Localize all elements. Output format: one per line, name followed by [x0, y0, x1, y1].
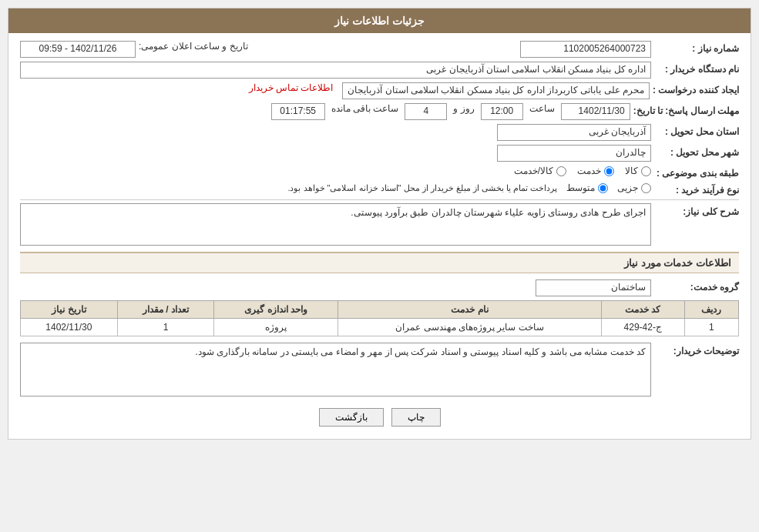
tabaqe-khadamat-radio[interactable]	[604, 166, 614, 176]
row-ostan: استان محل تحویل : آذربایجان غربی	[20, 124, 739, 141]
col-radif: ردیف	[684, 301, 738, 319]
nam-dastgah-label: نام دستگاه خریدار :	[654, 62, 739, 75]
saat-mande-value: 01:17:55	[271, 103, 325, 120]
ijad-konande-label: ایجاد کننده درخواست :	[653, 82, 739, 95]
cell-0-0: 1	[684, 319, 738, 336]
rooz-label: روز و	[453, 103, 474, 114]
nooe-motavasset-label: متوسط	[566, 182, 595, 193]
ostan-label: استان محل تحویل :	[654, 124, 739, 137]
col-vahed: واحد اندازه گیری	[214, 301, 338, 319]
col-tedad: تعداد / مقدار	[117, 301, 214, 319]
page-wrapper: جزئیات اطلاعات نیاز شماره نیاز : 1102005…	[0, 0, 759, 447]
tabaqe-kala-label: کالا	[625, 166, 638, 176]
tawzih-container: کد خدمت مشابه می باشد و کلیه اسناد پیوست…	[20, 343, 651, 396]
table-header: ردیف کد خدمت نام خدمت واحد اندازه گیری ت…	[21, 301, 739, 319]
tabaqe-label: طبقه بندی موضوعی :	[654, 166, 739, 179]
tabaqe-khadamat-item: خدمت	[577, 166, 614, 176]
tabaqe-kala-khadamat-item: کالا/خدمت	[514, 166, 566, 176]
nooe-motavasset-radio[interactable]	[598, 183, 608, 193]
row-shahr: شهر محل تحویل : چالدران	[20, 145, 739, 162]
shahr-label: شهر محل تحویل :	[654, 145, 739, 158]
row-mohlat: مهلت ارسال پاسخ: تا تاریخ: 1402/11/30 سا…	[20, 103, 739, 120]
cell-0-1: ج-42-429	[601, 319, 684, 336]
content-area: شماره نیاز : 1102005264000723 تاریخ و سا…	[8, 33, 751, 439]
tabaqe-kala-khadamat-radio[interactable]	[556, 166, 566, 176]
sharh-value: اجرای طرح هادی روستای زاویه علیاء شهرستا…	[20, 203, 651, 246]
col-tarikh: تاریخ نیاز	[21, 301, 118, 319]
nooe-motavasset-item: متوسط	[566, 182, 608, 193]
sharh-container: اجرای طرح هادی روستای زاویه علیاء شهرستا…	[20, 203, 651, 246]
nooe-jozii-item: جزیی	[617, 182, 651, 193]
row-tabaqe: طبقه بندی موضوعی : کالا خدمت کالا/خدمت	[20, 166, 739, 179]
shomare-label: شماره نیاز :	[654, 41, 739, 54]
ostan-value: آذربایجان غربی	[497, 124, 651, 141]
saat-mande-label: ساعت باقی مانده	[331, 103, 399, 114]
service-table: ردیف کد خدمت نام خدمت واحد اندازه گیری ت…	[20, 300, 739, 336]
saat-value: 12:00	[481, 103, 523, 120]
ijad-konande-value: محرم علی یاباتی کاربرداز اداره کل بنیاد …	[342, 82, 650, 99]
row-tawzih: توضیحات خریدار: کد خدمت مشابه می باشد و …	[20, 343, 739, 396]
khadamat-section-title: اطلاعات خدمات مورد نیاز	[20, 252, 739, 273]
table-header-row: ردیف کد خدمت نام خدمت واحد اندازه گیری ت…	[21, 301, 739, 319]
table-row: 1ج-42-429ساخت سایر پروژه‌های مهندسی عمرا…	[21, 319, 739, 336]
row-nam-dastgah: نام دستگاه خریدار : اداره کل بنیاد مسکن …	[20, 62, 739, 79]
tarikh-elan-value: 1402/11/26 - 09:59	[20, 41, 136, 58]
sharh-label: شرح کلی نیاز:	[654, 203, 739, 217]
tarikh-elan-label: تاریخ و ساعت اعلان عمومی:	[139, 41, 248, 52]
tabaqe-radio-group: کالا خدمت کالا/خدمت	[514, 166, 651, 176]
grouh-value: ساختمان	[536, 279, 651, 296]
nooe-text: پرداخت تمام یا بخشی از مبلغ خریدار از مح…	[287, 183, 557, 193]
col-kod: کد خدمت	[601, 301, 684, 319]
main-container: جزئیات اطلاعات نیاز شماره نیاز : 1102005…	[8, 8, 751, 440]
tabaqe-kala-khadamat-label: کالا/خدمت	[514, 166, 553, 176]
back-button[interactable]: بازگشت	[319, 408, 384, 427]
saat-label: ساعت	[529, 103, 555, 114]
tabaqe-khadamat-label: خدمت	[577, 166, 601, 176]
col-nam: نام خدمت	[338, 301, 601, 319]
row-sharh: شرح کلی نیاز: اجرای طرح هادی روستای زاوی…	[20, 203, 739, 246]
cell-0-2: ساخت سایر پروژه‌های مهندسی عمران	[338, 319, 601, 336]
cell-0-3: پروژه	[214, 319, 338, 336]
nooe-label: نوع فرآیند خرید :	[654, 182, 739, 196]
divider-1	[20, 199, 739, 200]
grouh-label: گروه خدمت:	[654, 279, 739, 293]
shomare-value: 1102005264000723	[520, 41, 651, 58]
row-shomare: شماره نیاز : 1102005264000723 تاریخ و سا…	[20, 41, 739, 58]
shahr-value: چالدران	[497, 145, 651, 162]
print-button[interactable]: چاپ	[391, 408, 441, 427]
nooe-jozii-label: جزیی	[617, 182, 638, 193]
tawzih-value: کد خدمت مشابه می باشد و کلیه اسناد پیوست…	[20, 343, 651, 396]
table-body: 1ج-42-429ساخت سایر پروژه‌های مهندسی عمرا…	[21, 319, 739, 336]
page-title: جزئیات اطلاعات نیاز	[8, 8, 751, 33]
row-nooe: نوع فرآیند خرید : جزیی متوسط پرداخت تمام…	[20, 182, 739, 196]
mohlat-label: مهلت ارسال پاسخ: تا تاریخ:	[633, 103, 739, 116]
tawzih-label: توضیحات خریدار:	[654, 343, 739, 356]
tabaqe-kala-radio[interactable]	[641, 166, 651, 176]
row-ijad-konande: ایجاد کننده درخواست : محرم علی یاباتی کا…	[20, 82, 739, 99]
tarikh-pasakh-value: 1402/11/30	[561, 103, 630, 120]
row-grouh: گروه خدمت: ساختمان	[20, 279, 739, 296]
ijad-konande-link[interactable]: اطلاعات تماس خریدار	[249, 82, 334, 93]
nam-dastgah-value: اداره کل بنیاد مسکن انقلاب اسلامی استان …	[20, 62, 651, 79]
cell-0-5: 1402/11/30	[21, 319, 118, 336]
cell-0-4: 1	[117, 319, 214, 336]
button-row: چاپ بازگشت	[20, 400, 739, 431]
rooz-value: 4	[405, 103, 447, 120]
tabaqe-kala-item: کالا	[625, 166, 651, 176]
nooe-jozii-radio[interactable]	[641, 183, 651, 193]
